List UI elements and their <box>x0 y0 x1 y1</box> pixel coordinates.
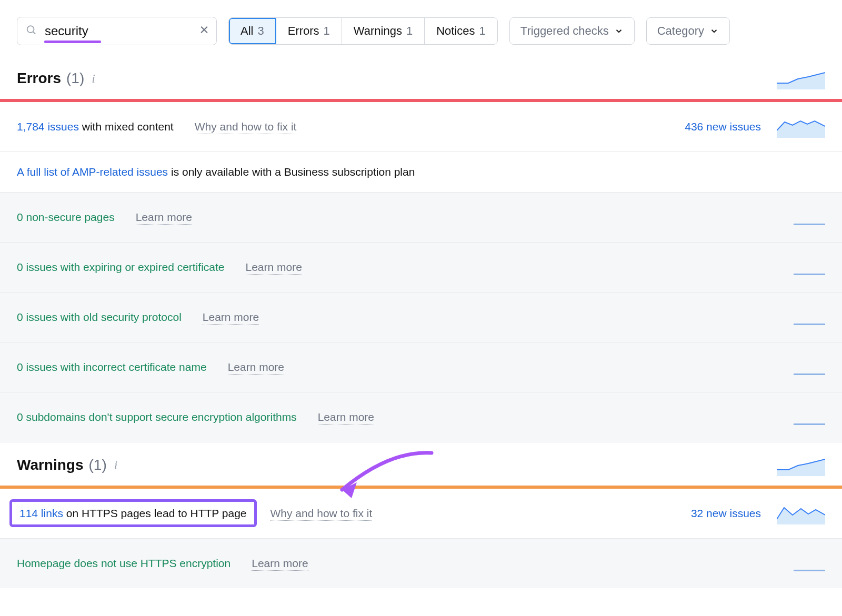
sparkline-icon <box>777 67 825 89</box>
section-title-text: Errors <box>17 70 61 87</box>
issue-link[interactable]: 0 issues with incorrect certificate name <box>17 361 207 373</box>
issue-row-mixed-content: 1,784 issues with mixed content Why and … <box>0 102 842 152</box>
sparkline-icon <box>777 406 825 428</box>
category-dropdown[interactable]: Category <box>646 17 730 45</box>
tab-errors[interactable]: Errors 1 <box>276 18 342 44</box>
search-field <box>17 17 217 45</box>
learn-more-link[interactable]: Learn more <box>252 557 308 571</box>
learn-more-link[interactable]: Learn more <box>318 411 374 425</box>
issue-link[interactable]: Homepage does not use HTTPS encryption <box>17 557 230 569</box>
issue-row-expired-cert: 0 issues with expiring or expired certif… <box>0 243 842 292</box>
issue-link[interactable]: 0 subdomains don't support secure encryp… <box>17 411 297 423</box>
toolbar: All 3 Errors 1 Warnings 1 Notices 1 Trig… <box>0 0 842 56</box>
issue-link[interactable]: 0 non-secure pages <box>17 211 115 223</box>
tab-count: 1 <box>479 24 486 38</box>
tab-count: 1 <box>406 24 413 38</box>
issue-row-old-protocol: 0 issues with old security protocol Lear… <box>0 292 842 342</box>
highlight-annotation: 114 links on HTTPS pages lead to HTTP pa… <box>9 499 257 527</box>
issue-row-https-links: 114 links on HTTPS pages lead to HTTP pa… <box>0 489 842 539</box>
sparkline-icon <box>777 306 825 328</box>
learn-more-link[interactable]: Learn more <box>246 261 302 275</box>
sparkline-icon <box>777 256 825 278</box>
issue-text: with mixed content <box>79 120 174 133</box>
sparkline-icon <box>777 552 825 574</box>
triggered-checks-dropdown[interactable]: Triggered checks <box>509 17 635 45</box>
section-count: (1) <box>89 457 107 473</box>
issue-row-subdomains: 0 subdomains don't support secure encryp… <box>0 392 842 442</box>
issue-link[interactable]: 0 issues with old security protocol <box>17 311 182 323</box>
section-count: (1) <box>66 70 84 87</box>
tab-notices[interactable]: Notices 1 <box>425 18 497 44</box>
tab-all[interactable]: All 3 <box>229 18 276 44</box>
info-icon[interactable]: i <box>112 458 118 472</box>
section-title-text: Warnings <box>17 457 84 473</box>
errors-section-header: Errors (1) i <box>0 56 842 99</box>
issue-row-homepage-https: Homepage does not use HTTPS encryption L… <box>0 539 842 588</box>
issue-link[interactable]: A full list of AMP-related issues <box>17 166 168 178</box>
tab-label: Errors <box>288 24 319 38</box>
issue-link[interactable]: 1,784 issues <box>17 120 79 133</box>
section-title: Errors (1) i <box>17 70 95 87</box>
sparkline-icon <box>777 206 825 228</box>
search-icon <box>25 24 37 38</box>
chevron-down-icon <box>614 26 624 36</box>
tab-label: Notices <box>436 24 475 38</box>
tab-label: All <box>240 24 253 38</box>
new-issues-link[interactable]: 32 new issues <box>691 507 761 520</box>
warnings-section-header: Warnings (1) i <box>0 442 842 486</box>
sparkline-icon <box>777 116 825 138</box>
sparkline-icon <box>777 502 825 524</box>
dropdown-label: Category <box>657 24 704 38</box>
learn-more-link[interactable]: Learn more <box>203 311 259 325</box>
svg-line-1 <box>33 32 35 34</box>
filter-tabs: All 3 Errors 1 Warnings 1 Notices 1 <box>228 17 498 45</box>
dropdown-label: Triggered checks <box>520 24 609 38</box>
sparkline-icon <box>777 356 825 378</box>
clear-icon[interactable] <box>199 25 209 38</box>
issue-text: on HTTPS pages lead to HTTP page <box>63 507 247 519</box>
info-icon[interactable]: i <box>89 72 95 86</box>
sparkline-icon <box>777 454 825 476</box>
svg-point-0 <box>27 26 34 33</box>
tab-count: 1 <box>324 24 330 38</box>
why-fix-link[interactable]: Why and how to fix it <box>195 120 297 134</box>
issue-row-amp: A full list of AMP-related issues is onl… <box>0 152 842 193</box>
issue-link[interactable]: 0 issues with expiring or expired certif… <box>17 261 225 273</box>
section-title: Warnings (1) i <box>17 457 117 473</box>
issue-row-cert-name: 0 issues with incorrect certificate name… <box>0 342 842 392</box>
issue-text: is only available with a Business subscr… <box>168 166 415 178</box>
tab-count: 3 <box>257 24 264 38</box>
issue-row-nonsecure: 0 non-secure pages Learn more <box>0 193 842 243</box>
tab-label: Warnings <box>354 24 402 38</box>
learn-more-link[interactable]: Learn more <box>136 211 192 225</box>
learn-more-link[interactable]: Learn more <box>228 361 284 375</box>
new-issues-link[interactable]: 436 new issues <box>685 120 761 133</box>
why-fix-link[interactable]: Why and how to fix it <box>270 507 373 521</box>
search-highlight <box>44 41 101 43</box>
tab-warnings[interactable]: Warnings 1 <box>342 18 425 44</box>
issue-link[interactable]: 114 links <box>19 507 63 519</box>
chevron-down-icon <box>709 26 719 36</box>
